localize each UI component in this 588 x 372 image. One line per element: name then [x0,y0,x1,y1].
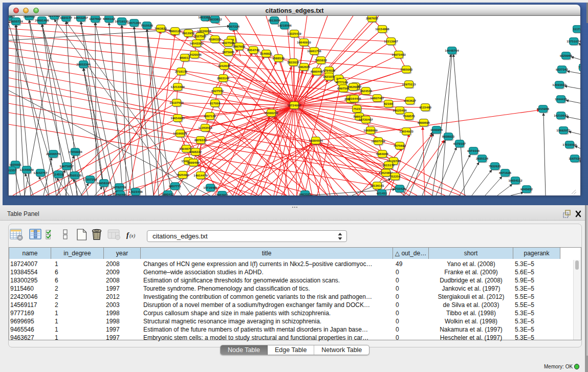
svg-text:(x): (x) [129,233,136,239]
svg-text:1588520: 1588520 [272,56,285,60]
svg-text:1733426: 1733426 [394,187,406,190]
svg-text:7357224: 7357224 [227,25,240,28]
svg-text:8990448: 8990448 [311,70,323,73]
svg-text:9245652: 9245652 [520,187,533,191]
svg-text:14914479: 14914479 [193,173,208,177]
svg-text:921451: 921451 [377,191,387,195]
svg-text:5498222: 5498222 [189,150,202,154]
svg-text:3267130: 3267130 [204,114,216,118]
svg-text:20691406: 20691406 [35,18,49,22]
svg-text:12023448: 12023448 [128,190,143,193]
svg-text:19166825: 19166825 [173,132,187,135]
svg-text:7632621: 7632621 [489,164,502,168]
svg-text:1835412: 1835412 [23,16,36,18]
svg-text:9146821: 9146821 [260,52,273,55]
svg-text:12213967: 12213967 [384,39,398,43]
svg-text:16033812: 16033812 [208,17,222,21]
svg-text:3624534: 3624534 [360,89,373,93]
svg-text:1244415: 1244415 [555,97,568,101]
svg-text:9099489: 9099489 [187,161,200,164]
svg-text:14136141: 14136141 [370,184,384,187]
svg-text:6899695: 6899695 [418,121,430,124]
svg-text:15720407: 15720407 [359,118,373,121]
svg-text:7349571: 7349571 [403,114,416,118]
svg-text:10973493: 10973493 [391,53,406,56]
svg-text:252254: 252254 [390,174,401,178]
svg-text:8878332: 8878332 [194,138,207,142]
svg-text:10654112: 10654112 [508,179,522,182]
svg-text:12213389: 12213389 [170,85,185,89]
svg-text:16648764: 16648764 [445,49,459,52]
svg-text:114519: 114519 [53,172,64,176]
svg-text:8660125: 8660125 [169,29,182,33]
svg-text:6794028: 6794028 [323,69,336,72]
svg-text:17359934: 17359934 [68,150,82,154]
svg-text:9150700: 9150700 [114,193,127,195]
svg-text:13654923: 13654923 [399,129,413,133]
svg-text:8454749: 8454749 [247,48,260,52]
svg-text:2718176: 2718176 [175,70,188,73]
svg-text:10653267: 10653267 [74,16,88,19]
svg-text:7625402: 7625402 [177,173,189,177]
svg-text:16571355: 16571355 [127,21,141,25]
svg-text:3875685: 3875685 [222,50,235,54]
svg-text:15716485: 15716485 [203,186,217,189]
svg-text:1034177: 1034177 [60,16,73,19]
svg-text:9329966: 9329966 [560,54,573,57]
svg-text:1327602: 1327602 [89,17,102,20]
svg-text:2087652: 2087652 [366,16,379,20]
svg-text:19975857: 19975857 [59,164,74,168]
svg-text:12093822: 12093822 [552,83,567,86]
svg-text:7515526: 7515526 [141,24,154,27]
svg-text:2867608: 2867608 [233,45,246,48]
svg-text:2935134: 2935134 [476,157,489,160]
svg-text:17016504: 17016504 [562,143,577,146]
svg-text:12975115: 12975115 [402,82,416,86]
svg-text:8471626: 8471626 [499,171,512,174]
svg-text:9227342: 9227342 [556,68,569,71]
svg-text:1621072: 1621072 [323,75,336,78]
svg-text:16640910: 16640910 [297,40,311,44]
svg-text:7463911: 7463911 [216,193,228,195]
svg-text:9657771: 9657771 [169,184,182,188]
svg-text:9115460: 9115460 [419,105,431,109]
svg-text:19654985: 19654985 [170,116,185,120]
svg-text:8938923: 8938923 [442,135,455,138]
svg-text:391557: 391557 [9,168,17,172]
svg-text:6466102: 6466102 [103,17,116,20]
svg-text:18724007: 18724007 [287,103,301,107]
svg-text:7955812: 7955812 [315,58,328,62]
svg-text:11172: 11172 [573,27,580,31]
svg-text:1167534: 1167534 [569,157,580,160]
svg-text:15300215: 15300215 [264,111,278,115]
svg-text:16210643: 16210643 [554,114,568,117]
svg-text:8186323: 8186323 [209,37,222,41]
svg-text:8990412: 8990412 [162,192,175,195]
svg-text:9463321: 9463321 [299,192,312,195]
svg-text:9327503: 9327503 [194,34,207,38]
svg-text:12505135: 12505135 [68,173,82,177]
svg-text:12942757: 12942757 [33,171,48,174]
svg-text:1362635: 1362635 [298,65,311,69]
svg-text:10025458: 10025458 [393,108,407,112]
svg-text:1935001: 1935001 [9,163,22,166]
svg-text:15692971: 15692971 [556,128,571,132]
svg-text:19218506: 19218506 [277,24,292,27]
svg-text:317004: 317004 [210,101,221,105]
svg-text:6179197: 6179197 [453,142,466,145]
svg-text:13325419: 13325419 [287,32,301,35]
svg-text:10807487: 10807487 [370,96,384,100]
svg-text:9242848: 9242848 [218,64,231,68]
svg-text:20206576: 20206576 [46,152,60,156]
svg-text:16107553: 16107553 [169,101,184,104]
svg-text:773301: 773301 [578,65,580,69]
svg-text:5984067: 5984067 [376,152,389,156]
svg-text:7463822: 7463822 [155,27,167,30]
svg-text:16961758: 16961758 [307,49,321,53]
svg-text:10688609: 10688609 [363,128,378,132]
svg-text:7485063: 7485063 [400,68,413,71]
svg-text:16154808: 16154808 [375,27,389,31]
svg-text:9214421: 9214421 [48,16,61,17]
svg-text:10164456: 10164456 [347,97,361,100]
svg-text:19384554: 19384554 [309,139,323,142]
